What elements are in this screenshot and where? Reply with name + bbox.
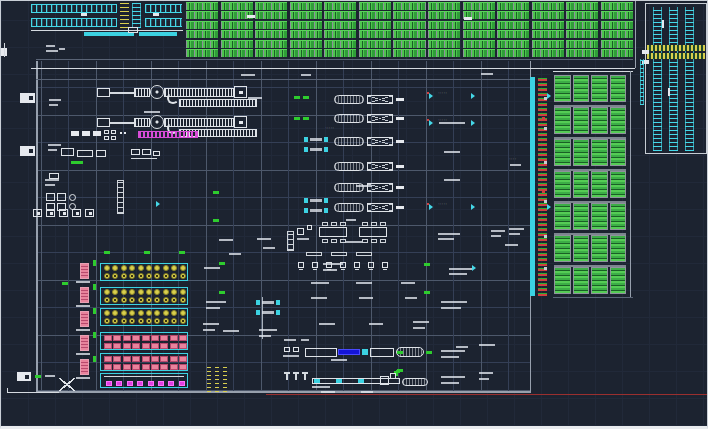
- rack-cell[interactable]: [428, 11, 460, 19]
- pink-machine-icon[interactable]: [160, 356, 168, 362]
- yellow-machine-icon[interactable]: [112, 310, 118, 316]
- rack-cell[interactable]: [463, 2, 495, 10]
- rack-cell[interactable]: [497, 21, 529, 29]
- magenta-machine-icon[interactable]: [127, 381, 133, 386]
- pallet-rack-field[interactable]: [186, 2, 633, 57]
- rack-cell[interactable]: [463, 40, 495, 48]
- yellow-machine-icon[interactable]: [146, 297, 152, 303]
- yellow-machine-icon[interactable]: [163, 310, 169, 316]
- yellow-machine-icon[interactable]: [154, 273, 160, 279]
- yellow-machine-icon[interactable]: [138, 318, 144, 324]
- rack-cell[interactable]: [393, 30, 425, 38]
- chair-icon[interactable]: [322, 239, 328, 243]
- rack-cell[interactable]: [601, 40, 633, 48]
- small-machine-icon[interactable]: [298, 262, 304, 268]
- rack-cell[interactable]: [554, 235, 571, 262]
- rack-cell[interactable]: [554, 171, 571, 198]
- rack-cell[interactable]: [532, 40, 564, 48]
- rack-cell[interactable]: [359, 21, 391, 29]
- rack-cell[interactable]: [290, 30, 322, 38]
- yellow-machine-icon[interactable]: [129, 289, 135, 295]
- rack-cell[interactable]: [324, 11, 356, 19]
- yellow-machine-icon[interactable]: [104, 297, 110, 303]
- rack-cell[interactable]: [532, 11, 564, 19]
- equipment-block[interactable]: [104, 136, 109, 140]
- rack-cell[interactable]: [532, 49, 564, 57]
- pink-machine-icon[interactable]: [113, 356, 121, 362]
- equipment-block[interactable]: [111, 136, 116, 140]
- yellow-machine-icon[interactable]: [146, 265, 152, 271]
- cyan-rack-row[interactable]: [145, 18, 182, 27]
- yellow-machine-icon[interactable]: [129, 273, 135, 279]
- desk-icon[interactable]: [297, 228, 304, 235]
- pink-machine-icon[interactable]: [170, 356, 178, 362]
- pink-machine-icon[interactable]: [132, 364, 140, 370]
- rack-cell[interactable]: [591, 75, 608, 102]
- rack-cell[interactable]: [573, 235, 590, 262]
- rack-cell[interactable]: [591, 267, 608, 294]
- machine-row[interactable]: [331, 203, 411, 214]
- rack-cell[interactable]: [324, 49, 356, 57]
- equipment-block[interactable]: [153, 151, 160, 156]
- machine-row[interactable]: [331, 137, 411, 148]
- equipment-block[interactable]: [142, 149, 151, 155]
- rack-cell[interactable]: [573, 139, 590, 166]
- magenta-machine-icon[interactable]: [148, 381, 154, 386]
- conveyor-unit[interactable]: [97, 84, 259, 110]
- rack-cell[interactable]: [359, 40, 391, 48]
- furniture-block[interactable]: [57, 193, 66, 201]
- rack-cell[interactable]: [601, 49, 633, 57]
- bench-icon[interactable]: [331, 252, 347, 256]
- chair-icon[interactable]: [331, 222, 337, 226]
- rack-cell[interactable]: [566, 40, 598, 48]
- yellow-machine-icon[interactable]: [138, 297, 144, 303]
- fixture-icon[interactable]: [33, 209, 42, 217]
- pink-machine-icon[interactable]: [123, 364, 131, 370]
- rack-cell[interactable]: [428, 30, 460, 38]
- yellow-machine-icon[interactable]: [180, 265, 186, 271]
- rack-cell[interactable]: [591, 171, 608, 198]
- pink-machine-icon[interactable]: [132, 343, 140, 349]
- rack-cell[interactable]: [601, 11, 633, 19]
- cyan-rack-column[interactable]: [685, 7, 694, 151]
- fixture-icon[interactable]: [59, 209, 68, 217]
- yellow-machine-icon[interactable]: [146, 273, 152, 279]
- equipment-block[interactable]: [104, 130, 109, 134]
- pink-machine-icon[interactable]: [151, 364, 159, 370]
- small-machine-icon[interactable]: [382, 262, 388, 268]
- pink-machine-icon[interactable]: [151, 343, 159, 349]
- pink-machine-icon[interactable]: [123, 356, 131, 362]
- equipment-block[interactable]: [93, 131, 101, 136]
- rack-cell[interactable]: [255, 21, 287, 29]
- rack-cell[interactable]: [610, 107, 627, 134]
- rack-cell[interactable]: [573, 75, 590, 102]
- pink-machine-icon[interactable]: [132, 335, 140, 341]
- small-machine-icon[interactable]: [368, 262, 374, 268]
- rack-cell[interactable]: [221, 2, 253, 10]
- yellow-machine-icon[interactable]: [163, 297, 169, 303]
- yellow-machine-icon[interactable]: [104, 289, 110, 295]
- yellow-machine-icon[interactable]: [163, 273, 169, 279]
- cyan-rack-column[interactable]: [640, 59, 644, 105]
- yellow-rack-column[interactable]: [120, 3, 129, 28]
- fixture-icon[interactable]: [72, 209, 81, 217]
- pink-machine-icon[interactable]: [142, 356, 150, 362]
- yellow-machine-icon[interactable]: [180, 273, 186, 279]
- rack-cell[interactable]: [554, 267, 571, 294]
- rack-cell[interactable]: [428, 21, 460, 29]
- pink-machine-icon[interactable]: [179, 364, 187, 370]
- far-right-rack-block[interactable]: [645, 3, 707, 154]
- rack-cell[interactable]: [573, 107, 590, 134]
- yellow-machine-icon[interactable]: [163, 289, 169, 295]
- yellow-machine-icon[interactable]: [104, 265, 110, 271]
- pink-machine-icon[interactable]: [113, 335, 121, 341]
- side-machine[interactable]: [80, 311, 89, 327]
- cyan-rack-column[interactable]: [669, 7, 678, 151]
- yellow-machine-icon[interactable]: [112, 273, 118, 279]
- pink-machine-icon[interactable]: [142, 335, 150, 341]
- production-line-1[interactable]: [282, 344, 432, 360]
- rack-cell[interactable]: [591, 203, 608, 230]
- rack-cell[interactable]: [186, 11, 218, 19]
- magenta-machine-icon[interactable]: [106, 381, 112, 386]
- magenta-machine-icon[interactable]: [158, 381, 164, 386]
